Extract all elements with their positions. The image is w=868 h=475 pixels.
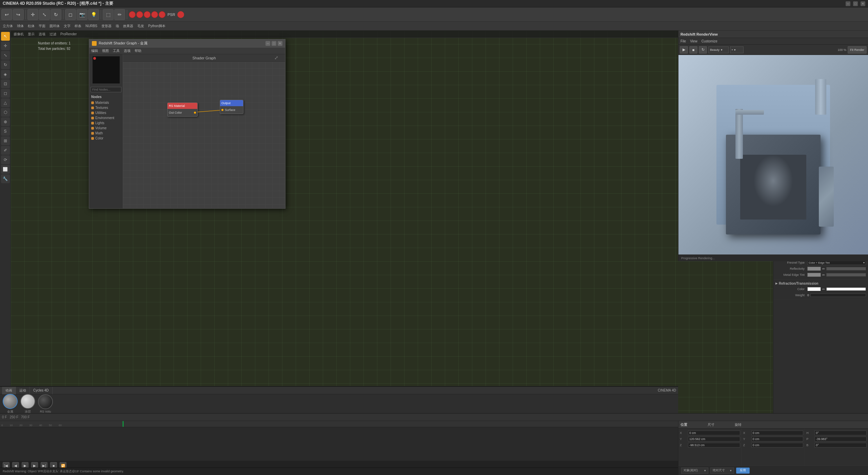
render-channel-dropdown[interactable]: • ▾ xyxy=(730,46,744,53)
mat-item-1[interactable]: 金属 xyxy=(3,394,18,414)
select-btn[interactable]: ⬚ xyxy=(103,9,114,20)
shader-search-input[interactable] xyxy=(91,87,121,92)
3d-viewport[interactable]: 摄像机 显示 选项 过滤 ProRender Number of emitter… xyxy=(11,31,773,421)
menu-spline[interactable]: 样条 xyxy=(73,23,83,29)
mat-ball-light[interactable] xyxy=(20,394,35,409)
mat-tab-motion[interactable]: 运动 xyxy=(16,387,30,394)
render-stop-btn[interactable]: ■ xyxy=(689,46,697,54)
shader-menu-edit[interactable]: 编辑 xyxy=(91,49,98,53)
render-play-btn[interactable]: ▶ xyxy=(680,46,688,54)
menu-effector[interactable]: 效果器 xyxy=(122,23,135,29)
menu-torus[interactable]: 圆环体 xyxy=(48,23,61,29)
redo-btn[interactable]: ↪ xyxy=(13,9,24,20)
rot-p-field[interactable]: -39.983° xyxy=(814,437,867,441)
object-btn[interactable]: ◻ xyxy=(65,9,76,20)
shader-close-btn[interactable]: ✕ xyxy=(278,41,282,46)
reflectivity-swatch[interactable] xyxy=(807,267,821,271)
node-category-textures[interactable]: Textures xyxy=(89,105,123,110)
node-category-volume[interactable]: Volume xyxy=(89,126,123,131)
minimize-btn[interactable]: ─ xyxy=(846,1,850,6)
rotate-btn[interactable]: ↻ xyxy=(51,9,61,20)
render-fit-btn[interactable]: Fit Render xyxy=(848,46,867,54)
sidebar-icon9[interactable]: ✐ xyxy=(1,146,10,155)
render-btn-3[interactable] xyxy=(144,11,151,18)
rs-material-node[interactable]: RS Material Out Color xyxy=(167,102,198,117)
undo-btn[interactable]: ↩ xyxy=(1,9,12,20)
mat-tab-cycles[interactable]: Cycles 4D xyxy=(30,387,53,394)
space-dropdown[interactable]: 绝对尺寸 ▾ xyxy=(710,468,734,474)
sidebar-icon1[interactable]: ◈ xyxy=(1,70,10,79)
camera-btn[interactable]: 📷 xyxy=(77,9,87,20)
render-btn-4[interactable] xyxy=(151,11,158,18)
shader-menu-options[interactable]: 选项 xyxy=(124,49,131,53)
mat-ball-metal[interactable] xyxy=(3,394,18,409)
mat-item-3[interactable]: RS Volu xyxy=(38,394,53,413)
refr-color-swatch[interactable] xyxy=(807,287,821,291)
sidebar-icon5[interactable]: ⬡ xyxy=(1,108,10,117)
sidebar-icon11[interactable]: ⬜ xyxy=(1,165,10,174)
shader-maximize-btn[interactable]: □ xyxy=(272,41,276,46)
render-menu-file[interactable]: File xyxy=(680,39,686,43)
scale-x-field[interactable]: 0 cm xyxy=(751,431,804,435)
render-mode-dropdown[interactable]: Beauty ▾ xyxy=(708,46,729,53)
menu-sphere[interactable]: 球体 xyxy=(16,23,25,29)
sidebar-icon12[interactable]: 🔧 xyxy=(1,174,10,183)
menu-nurbs[interactable]: NURBS xyxy=(84,23,99,28)
node-category-color[interactable]: Color xyxy=(89,136,123,141)
pos-z-field[interactable]: -98.513 cm xyxy=(688,443,740,448)
menu-python[interactable]: Python脚本 xyxy=(147,23,167,29)
node-category-utilities[interactable]: Utilities xyxy=(89,110,123,115)
sidebar-icon2[interactable]: ⊡ xyxy=(1,79,10,88)
rot-b-field[interactable]: 0° xyxy=(814,443,867,448)
shader-canvas[interactable]: Shader Graph ⤢ RS Material Out Color xyxy=(123,54,285,208)
apply-btn[interactable]: 应用 xyxy=(736,468,750,474)
sidebar-icon7[interactable]: S xyxy=(1,127,10,136)
rot-h-field[interactable]: 0° xyxy=(814,431,867,435)
node-category-math[interactable]: Math xyxy=(89,131,123,136)
menu-text[interactable]: 文字 xyxy=(62,23,72,29)
mat-item-2[interactable]: 涂层 xyxy=(20,394,35,414)
node-category-environment[interactable]: Environment xyxy=(89,115,123,120)
sidebar-icon4[interactable]: △ xyxy=(1,98,10,107)
refr-color-picker[interactable]: ✏ xyxy=(822,287,825,291)
sidebar-icon10[interactable]: ⟳ xyxy=(1,155,10,164)
metal-edge-swatch[interactable] xyxy=(807,273,821,277)
node-category-lights[interactable]: Lights xyxy=(89,120,123,126)
sidebar-select[interactable]: ↖ xyxy=(1,32,10,41)
scale-btn[interactable]: ⤡ xyxy=(39,9,50,20)
menu-plane[interactable]: 平面 xyxy=(37,23,47,29)
menu-hair[interactable]: 毛发 xyxy=(136,23,145,29)
sidebar-icon3[interactable]: ◻ xyxy=(1,89,10,98)
render-btn-2[interactable] xyxy=(136,11,143,18)
render-btn-5[interactable] xyxy=(159,11,165,18)
sidebar-icon6[interactable]: ⊕ xyxy=(1,117,10,126)
move-btn[interactable]: ✛ xyxy=(27,9,38,20)
render-refresh-btn[interactable]: ↻ xyxy=(699,46,707,54)
expand-icon[interactable]: ⤢ xyxy=(274,55,278,60)
shader-menu-help[interactable]: 帮助 xyxy=(135,49,141,53)
psr-btn[interactable] xyxy=(177,11,184,18)
maximize-btn[interactable]: □ xyxy=(853,1,858,6)
light-btn[interactable]: 💡 xyxy=(88,9,99,20)
shader-minimize-btn[interactable]: ─ xyxy=(265,41,270,46)
sidebar-scale[interactable]: ⤡ xyxy=(1,51,10,60)
pos-x-field[interactable]: 0 cm xyxy=(688,431,740,435)
menu-deform[interactable]: 变形器 xyxy=(100,23,113,29)
output-node[interactable]: Output Surface xyxy=(220,100,243,114)
scale-y-field[interactable]: 0 cm xyxy=(751,437,804,441)
shader-menu-tools[interactable]: 工具 xyxy=(113,49,120,53)
menu-field[interactable]: 场 xyxy=(114,23,120,29)
pos-y-field[interactable]: 120.562 cm xyxy=(688,437,740,441)
reflectivity-picker[interactable]: ✏ xyxy=(822,267,825,271)
render-menu-view[interactable]: View xyxy=(690,39,697,43)
refr-weight-bar[interactable] xyxy=(810,293,866,297)
menu-cube[interactable]: 立方体 xyxy=(1,23,14,29)
render-menu-customize[interactable]: Customize xyxy=(702,39,717,43)
menu-cylinder[interactable]: 柱体 xyxy=(26,23,36,29)
transform-dropdown[interactable]: 对象(相对) ▾ xyxy=(681,468,708,474)
metal-edge-picker[interactable]: ✏ xyxy=(822,273,825,277)
mat-tab-animation[interactable]: 动画 xyxy=(2,387,16,394)
node-category-materials[interactable]: Materials xyxy=(89,100,123,105)
paint-btn[interactable]: ✏ xyxy=(114,9,125,20)
sidebar-icon8[interactable]: ⊞ xyxy=(1,136,10,145)
